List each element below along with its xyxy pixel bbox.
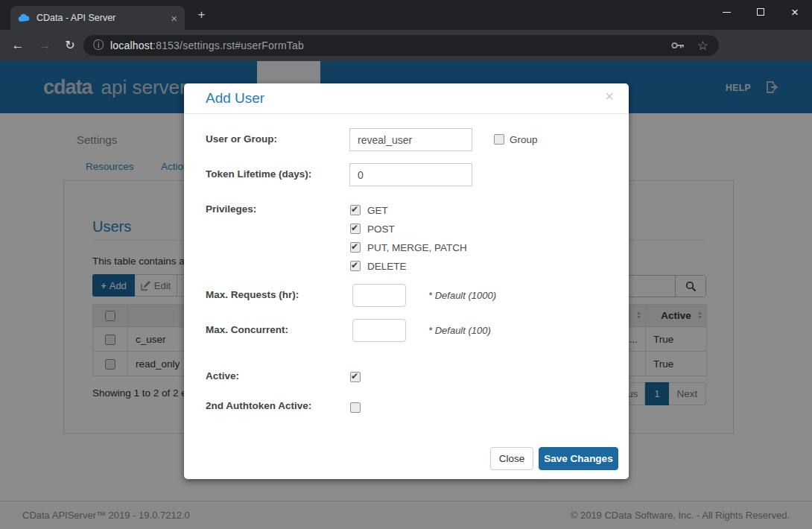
- privileges-label: Privileges:: [206, 203, 256, 215]
- bookmark-star-icon[interactable]: ☆: [697, 38, 708, 54]
- window-close-button[interactable]: ×: [778, 0, 812, 24]
- browser-tab[interactable]: CData - API Server ×: [10, 6, 185, 30]
- url-host: localhost: [110, 39, 153, 51]
- modal-header: Add User ×: [184, 83, 629, 114]
- save-changes-button[interactable]: Save Changes: [539, 447, 618, 470]
- browser-window: CData - API Server × + × ← → ↻ ⓘ localho…: [0, 0, 812, 529]
- modal-close-icon[interactable]: ×: [605, 89, 614, 104]
- active-checkbox[interactable]: [350, 372, 361, 382]
- tab-close-icon[interactable]: ×: [171, 13, 177, 24]
- modal-title: Add User: [206, 90, 264, 107]
- privilege-put-merge-patch-label: PUT, MERGE, PATCH: [367, 242, 467, 253]
- privilege-delete-label: DELETE: [367, 261, 407, 272]
- forward-icon[interactable]: →: [36, 37, 54, 54]
- window-close-icon: ×: [791, 6, 799, 19]
- reload-icon[interactable]: ↻: [61, 37, 79, 54]
- minimize-icon: [723, 12, 731, 13]
- add-user-modal: Add User × User or Group: Group Token Li…: [184, 83, 629, 479]
- address-bar[interactable]: ⓘ localhost:8153/settings.rst#userFormTa…: [83, 35, 719, 56]
- back-icon[interactable]: ←: [9, 37, 27, 54]
- page-viewport: cdata api server HELP Settings Resources…: [0, 61, 812, 529]
- maximize-icon: [757, 8, 764, 16]
- window-minimize-button[interactable]: [709, 0, 743, 24]
- max-requests-input[interactable]: [352, 284, 406, 307]
- max-concurrent-label: Max. Concurrent:: [206, 324, 288, 335]
- token-lifetime-label: Token Lifetime (days):: [206, 168, 311, 180]
- max-requests-default-note: * Default (1000): [428, 290, 496, 301]
- group-checkbox[interactable]: [494, 134, 504, 145]
- tab-title: CData - API Server: [37, 13, 171, 23]
- info-icon[interactable]: ⓘ: [93, 39, 104, 52]
- user-or-group-input[interactable]: [349, 128, 472, 151]
- second-authtoken-label: 2nd Authtoken Active:: [206, 400, 311, 411]
- token-lifetime-input[interactable]: [349, 163, 472, 186]
- max-concurrent-input[interactable]: [352, 319, 406, 342]
- window-maximize-button[interactable]: [743, 0, 778, 24]
- privilege-post-checkbox[interactable]: [350, 224, 361, 234]
- max-concurrent-default-note: * Default (100): [428, 325, 491, 336]
- second-authtoken-checkbox[interactable]: [350, 402, 361, 413]
- active-label: Active:: [206, 370, 239, 381]
- privilege-delete-checkbox[interactable]: [350, 261, 361, 271]
- privilege-post-label: POST: [367, 224, 395, 235]
- privilege-get-checkbox[interactable]: [350, 205, 361, 215]
- group-checkbox-label: Group: [510, 134, 538, 145]
- key-icon[interactable]: [671, 41, 685, 50]
- new-tab-button[interactable]: +: [194, 8, 209, 22]
- browser-titlebar: CData - API Server × + ×: [0, 0, 812, 30]
- url-path: :8153/settings.rst#userFormTab: [153, 39, 304, 51]
- close-button[interactable]: Close: [490, 447, 533, 470]
- url-text[interactable]: localhost:8153/settings.rst#userFormTab: [110, 39, 671, 51]
- cloud-favicon-icon: [18, 13, 30, 22]
- max-requests-label: Max. Requests (hr):: [206, 289, 299, 300]
- privilege-put-merge-patch-checkbox[interactable]: [350, 242, 361, 253]
- user-or-group-label: User or Group:: [206, 133, 277, 145]
- browser-toolbar: ← → ↻ ⓘ localhost:8153/settings.rst#user…: [0, 30, 812, 61]
- privilege-get-label: GET: [367, 205, 388, 216]
